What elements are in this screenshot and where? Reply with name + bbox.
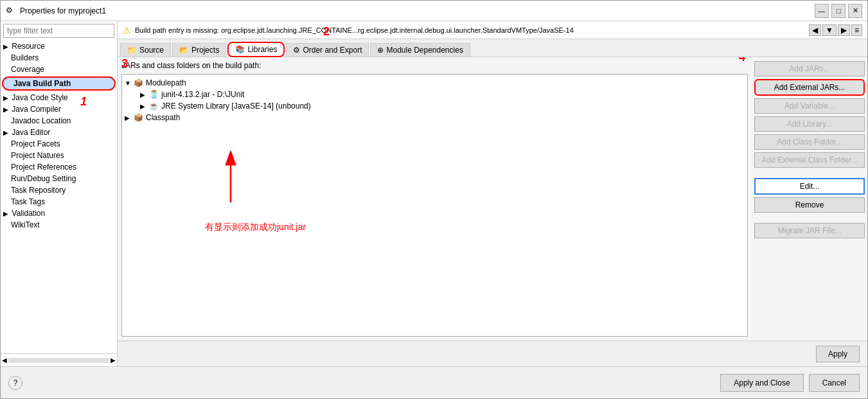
sidebar-item-builders[interactable]: Builders	[1, 52, 117, 64]
minimize-button[interactable]: —	[815, 4, 829, 18]
add-library-button[interactable]: Add Library...	[754, 116, 865, 132]
sidebar-item-coverage[interactable]: Coverage	[1, 64, 117, 75]
expand-modulepath-arrow[interactable]: ▼	[125, 80, 134, 87]
window-title: Properties for myproject1	[20, 6, 815, 15]
warning-bar: ⚠ Build path entry is missing: org.eclip…	[118, 21, 867, 39]
main-area: ▶ Resource Builders Coverage Java Build …	[1, 21, 867, 366]
expand-arrow: ▶	[3, 106, 8, 113]
warning-icon: ⚠	[123, 25, 131, 35]
add-external-jars-button[interactable]: Add External JARs...	[754, 79, 865, 96]
source-icon: 📁	[127, 46, 137, 55]
order-icon: ⚙	[293, 46, 300, 55]
tab-projects[interactable]: 📂 Projects	[172, 43, 226, 57]
expand-jre-arrow[interactable]: ▶	[140, 103, 149, 110]
jre-icon: ☕	[149, 102, 159, 111]
apply-and-close-button[interactable]: Apply and Close	[720, 374, 803, 392]
tab-order-export[interactable]: ⚙ Order and Export	[286, 43, 369, 57]
junit-label: junit-4.13.2.jar - D:\JUnit	[161, 90, 244, 99]
junit-icon: 🫙	[149, 90, 159, 99]
sidebar-item-javadoc-location[interactable]: Javadoc Location	[1, 115, 117, 127]
warning-prev-button[interactable]: ◀	[809, 24, 821, 36]
filter-input[interactable]	[3, 24, 114, 38]
panel-area: JARs and class folders on the build path…	[118, 57, 867, 341]
scroll-left-arrow[interactable]: ◀	[2, 357, 7, 364]
sidebar-scrollbar[interactable]: ◀ ▶	[1, 353, 117, 366]
window-icon: ⚙	[6, 6, 16, 16]
help-button[interactable]: ?	[8, 376, 22, 390]
tab-source[interactable]: 📁 Source	[120, 43, 171, 57]
sidebar-item-task-tags[interactable]: Task Tags	[1, 196, 117, 208]
expand-arrow: ▶	[3, 129, 8, 136]
expand-arrow: ▶	[3, 210, 8, 217]
tabs-container: 📁 Source 📂 Projects 📚 Libraries ⚙ Order …	[118, 39, 867, 57]
expand-arrow: ▶	[3, 94, 8, 102]
panel-description: JARs and class folders on the build path…	[121, 61, 748, 70]
expand-classpath-arrow[interactable]: ▶	[125, 114, 134, 121]
sidebar-item-java-editor[interactable]: ▶ Java Editor	[1, 127, 117, 138]
sidebar-item-run-debug[interactable]: Run/Debug Setting	[1, 173, 117, 184]
sidebar-item-wikitext[interactable]: WikiText	[1, 219, 117, 231]
sidebar-item-task-repository[interactable]: Task Repository	[1, 184, 117, 196]
tab-order-label: Order and Export	[303, 46, 362, 55]
modulepath-node[interactable]: ▼ 📦 Modulepath	[122, 77, 747, 89]
titlebar-controls: — □ ✕	[815, 4, 862, 18]
sidebar-item-project-references[interactable]: Project References	[1, 161, 117, 173]
close-button[interactable]: ✕	[848, 4, 862, 18]
apply-button[interactable]: Apply	[816, 346, 860, 362]
expand-arrow: ▶	[3, 43, 8, 50]
add-variable-button[interactable]: Add Variable...	[754, 98, 865, 114]
warning-menu-button[interactable]: ≡	[851, 24, 862, 36]
expand-junit-arrow[interactable]: ▶	[140, 91, 149, 98]
properties-window: ⚙ Properties for myproject1 — □ ✕ ▶ Reso…	[0, 0, 868, 399]
module-icon: ⊕	[377, 46, 384, 55]
sidebar-tree: ▶ Resource Builders Coverage Java Build …	[1, 40, 117, 353]
add-external-class-folder-button[interactable]: Add External Class Folder...	[754, 152, 865, 168]
edit-button[interactable]: Edit...	[754, 178, 865, 195]
tab-libraries[interactable]: 📚 Libraries	[227, 42, 285, 57]
modulepath-icon: 📦	[134, 78, 143, 87]
libraries-icon: 📚	[235, 45, 245, 54]
jre-label: JRE System Library [JavaSE-14] (unbound)	[161, 102, 311, 111]
sidebar-item-project-natures[interactable]: Project Natures	[1, 150, 117, 161]
scroll-right-arrow[interactable]: ▶	[111, 357, 116, 364]
junit-jar-node[interactable]: ▶ 🫙 junit-4.13.2.jar - D:\JUnit	[122, 89, 747, 100]
tab-module-dependencies[interactable]: ⊕ Module Dependencies	[370, 43, 470, 57]
sidebar: ▶ Resource Builders Coverage Java Build …	[1, 21, 118, 366]
content-area: ⚠ Build path entry is missing: org.eclip…	[118, 21, 867, 366]
modulepath-label: Modulepath	[146, 78, 186, 87]
cancel-button[interactable]: Cancel	[809, 374, 860, 392]
titlebar: ⚙ Properties for myproject1 — □ ✕	[1, 1, 867, 21]
warning-message: Build path entry is missing: org.eclipse…	[135, 26, 805, 34]
apply-area: Apply	[118, 341, 867, 366]
classpath-icon: 📦	[134, 113, 143, 122]
warning-next-button[interactable]: ▶	[838, 24, 850, 36]
buttons-panel: 4 Add JARs... Add External JARs... Add V…	[752, 57, 867, 341]
remove-button[interactable]: Remove	[754, 197, 865, 213]
sidebar-item-java-code-style[interactable]: ▶ Java Code Style	[1, 92, 117, 103]
description-wrapper: JARs and class folders on the build path…	[121, 61, 748, 74]
sidebar-item-java-build-path[interactable]: Java Build Path	[2, 76, 116, 91]
build-path-tree[interactable]: ▼ 📦 Modulepath ▶ 🫙 junit-4.13.2.jar - D:…	[121, 74, 748, 337]
tree-wrapper: ▼ 📦 Modulepath ▶ 🫙 junit-4.13.2.jar - D:…	[121, 74, 748, 337]
warning-navigation: ◀ ▼ ▶ ≡	[809, 24, 862, 36]
sidebar-item-java-compiler[interactable]: ▶ Java Compiler	[1, 103, 117, 115]
sidebar-item-validation[interactable]: ▶ Validation	[1, 208, 117, 219]
add-class-folder-button[interactable]: Add Class Folder...	[754, 134, 865, 150]
jre-system-node[interactable]: ▶ ☕ JRE System Library [JavaSE-14] (unbo…	[122, 100, 747, 112]
add-jars-button[interactable]: Add JARs...	[754, 61, 865, 76]
sidebar-item-project-facets[interactable]: Project Facets	[1, 138, 117, 150]
build-panel: JARs and class folders on the build path…	[118, 57, 752, 341]
migrate-jar-button[interactable]: Migrate JAR File...	[754, 223, 865, 238]
bottom-bar: ? Apply and Close Cancel	[1, 366, 867, 398]
tab-projects-label: Projects	[191, 46, 219, 55]
maximize-button[interactable]: □	[831, 4, 846, 18]
tab-libraries-label: Libraries	[247, 45, 277, 54]
sidebar-item-resource[interactable]: ▶ Resource	[1, 40, 117, 52]
tab-source-label: Source	[139, 46, 164, 55]
warning-dropdown-button[interactable]: ▼	[822, 24, 837, 36]
classpath-label: Classpath	[146, 113, 180, 122]
classpath-node[interactable]: ▶ 📦 Classpath	[122, 112, 747, 123]
projects-icon: 📂	[179, 46, 189, 55]
tab-module-label: Module Dependencies	[386, 46, 463, 55]
